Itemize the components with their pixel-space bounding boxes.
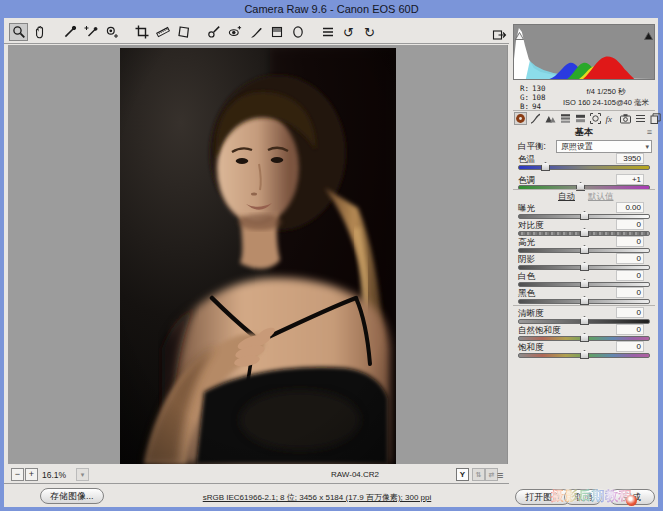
svg-text:fx: fx <box>606 114 613 124</box>
auto-link[interactable]: 自动 <box>558 191 575 201</box>
shadows-value[interactable]: 0 <box>616 253 644 264</box>
slider-thumb[interactable] <box>580 350 589 359</box>
workflow-options-link[interactable]: sRGB IEC61966-2.1; 8 位; 3456 x 5184 (17.… <box>203 492 432 503</box>
slider-thumb[interactable] <box>580 316 589 325</box>
highlights-label: 高光 <box>518 237 535 247</box>
color-sampler-tool-icon[interactable] <box>81 23 100 41</box>
adjustments-panel: R:130 G:108 B:94 f/4 1/250 秒 ISO 160 24-… <box>510 18 658 507</box>
red-readout: R:130 <box>520 84 546 93</box>
watermark: 摄影后期教程 <box>551 487 632 505</box>
rgb-readout: R:130 G:108 B:94 <box>520 84 546 111</box>
zoom-level-dropdown-icon[interactable]: ▾ <box>76 468 89 481</box>
preview-menu-icon[interactable]: ≡ <box>497 469 503 481</box>
hand-tool-icon[interactable] <box>30 23 49 41</box>
green-readout: G:108 <box>520 93 546 102</box>
tab-presets[interactable] <box>634 112 647 125</box>
highlight-clipping-indicator-icon[interactable] <box>644 26 653 34</box>
graduated-filter-tool-icon[interactable] <box>267 23 286 41</box>
white-balance-label: 白平衡: <box>518 141 546 151</box>
targeted-adjustment-tool-icon[interactable] <box>102 23 121 41</box>
toolbar: ↺ ↻ <box>4 21 509 44</box>
panel-divider <box>513 189 655 190</box>
aperture-shutter: f/4 1/250 秒 <box>559 86 653 97</box>
blacks-value[interactable]: 0 <box>616 287 644 298</box>
vibrance-value[interactable]: 0 <box>616 324 644 335</box>
zoom-in-button[interactable]: + <box>25 468 38 481</box>
exposure-value[interactable]: 0.00 <box>616 202 644 213</box>
panel-title: 基本 <box>513 126 655 138</box>
preferences-tool-icon[interactable] <box>318 23 337 41</box>
swap-before-after-button[interactable]: ⇅ <box>472 468 485 481</box>
tab-basic[interactable] <box>514 112 527 125</box>
panel-menu-icon[interactable]: ≡ <box>647 126 652 138</box>
tab-effects[interactable]: fx <box>604 112 617 125</box>
temperature-slider[interactable] <box>518 165 650 170</box>
exposure-label: 曝光 <box>518 203 535 213</box>
zoom-level-select[interactable]: 16.1% <box>42 470 66 480</box>
highlights-value[interactable]: 0 <box>616 236 644 247</box>
tab-camera-calibration[interactable] <box>619 112 632 125</box>
slider-thumb[interactable] <box>580 245 589 254</box>
iso-lens: ISO 160 24-105@40 毫米 <box>559 97 653 108</box>
image-canvas <box>8 45 508 464</box>
zoom-out-button[interactable]: − <box>11 468 24 481</box>
window-title: Camera Raw 9.6 - Canon EOS 60D <box>244 3 418 15</box>
transform-tool-icon[interactable] <box>174 23 193 41</box>
saturation-label: 饱和度 <box>518 342 544 352</box>
slider-thumb[interactable] <box>580 228 589 237</box>
saturation-value[interactable]: 0 <box>616 341 644 352</box>
crop-tool-icon[interactable] <box>132 23 151 41</box>
saturation-slider[interactable] <box>518 353 650 358</box>
tab-split-toning[interactable] <box>574 112 587 125</box>
tint-value[interactable]: +1 <box>616 174 644 185</box>
before-after-toggle-button[interactable]: Y <box>456 468 469 481</box>
slider-thumb[interactable] <box>580 279 589 288</box>
slider-thumb[interactable] <box>580 262 589 271</box>
camera-raw-dialog: ↺ ↻ <box>4 18 658 507</box>
default-link[interactable]: 默认值 <box>588 191 614 201</box>
panel-divider <box>513 305 655 306</box>
tab-lens-corrections[interactable] <box>589 112 602 125</box>
whites-value[interactable]: 0 <box>616 270 644 281</box>
clarity-value[interactable]: 0 <box>616 307 644 318</box>
rotate-right-icon[interactable]: ↻ <box>360 23 379 41</box>
chevron-down-icon: ▾ <box>645 141 649 152</box>
red-eye-removal-tool-icon[interactable] <box>225 23 244 41</box>
straighten-tool-icon[interactable] <box>153 23 172 41</box>
slider-thumb[interactable] <box>580 211 589 220</box>
spot-removal-tool-icon[interactable] <box>204 23 223 41</box>
adjustment-brush-tool-icon[interactable] <box>246 23 265 41</box>
shadow-clipping-indicator-icon[interactable] <box>515 26 524 34</box>
tab-hsl-grayscale[interactable] <box>559 112 572 125</box>
tint-label: 色调 <box>518 175 535 185</box>
save-image-button[interactable]: 存储图像... <box>40 488 104 504</box>
watermark-logo-icon <box>626 495 637 506</box>
shot-settings: f/4 1/250 秒 ISO 160 24-105@40 毫米 <box>559 86 653 108</box>
blacks-label: 黑色 <box>518 288 535 298</box>
white-balance-tool-icon[interactable] <box>60 23 79 41</box>
shadows-label: 阴影 <box>518 254 535 264</box>
white-balance-select[interactable]: 原照设置 ▾ <box>556 140 652 153</box>
clarity-label: 清晰度 <box>518 308 544 318</box>
blacks-slider[interactable] <box>518 299 650 304</box>
whites-label: 白色 <box>518 271 535 281</box>
temperature-label: 色温 <box>518 154 535 164</box>
title-bar: Camera Raw 9.6 - Canon EOS 60D <box>0 0 663 18</box>
contrast-value[interactable]: 0 <box>616 219 644 230</box>
temperature-value[interactable]: 3950 <box>616 153 644 164</box>
tab-snapshots[interactable] <box>649 112 662 125</box>
slider-thumb[interactable] <box>580 333 589 342</box>
radial-filter-tool-icon[interactable] <box>288 23 307 41</box>
rotate-left-icon[interactable]: ↺ <box>339 23 358 41</box>
white-balance-row: 白平衡: 原照设置 ▾ <box>518 140 652 153</box>
slider-thumb[interactable] <box>580 296 589 305</box>
tab-detail[interactable] <box>544 112 557 125</box>
tab-tone-curve[interactable] <box>529 112 542 125</box>
toggle-fullscreen-icon[interactable] <box>490 26 509 44</box>
contrast-label: 对比度 <box>518 220 544 230</box>
exif-info: R:130 G:108 B:94 f/4 1/250 秒 ISO 160 24-… <box>513 84 655 112</box>
zoom-tool-icon[interactable] <box>9 23 28 41</box>
slider-thumb[interactable] <box>541 162 550 171</box>
photo-preview <box>120 48 396 464</box>
white-balance-value: 原照设置 <box>561 142 593 151</box>
